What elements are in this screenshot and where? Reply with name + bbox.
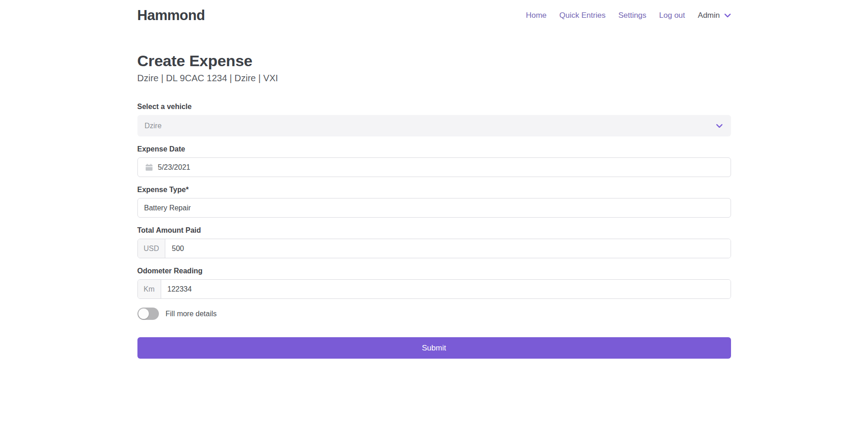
user-menu-label: Admin (698, 11, 720, 20)
create-expense-form: Select a vehicle Dzire Expense Date (137, 103, 731, 359)
odometer-label: Odometer Reading (137, 267, 731, 275)
expense-type-label: Expense Type* (137, 186, 731, 194)
vehicle-label: Select a vehicle (137, 103, 731, 111)
brand-logo[interactable]: Hammond (137, 7, 205, 24)
vehicle-field: Select a vehicle Dzire (137, 103, 731, 136)
page-subtitle: Dzire | DL 9CAC 1234 | Dzire | VXI (137, 73, 731, 84)
submit-button[interactable]: Submit (137, 337, 731, 359)
expense-type-input[interactable] (137, 198, 731, 218)
total-amount-group: USD (137, 239, 731, 258)
expense-type-field: Expense Type* (137, 186, 731, 218)
total-amount-field: Total Amount Paid USD (137, 226, 731, 258)
fill-more-details-toggle[interactable] (137, 308, 159, 320)
nav-home[interactable]: Home (526, 11, 547, 20)
odometer-field: Odometer Reading Km (137, 267, 731, 299)
currency-addon: USD (138, 239, 166, 258)
fill-more-details-row: Fill more details (137, 308, 731, 320)
toggle-knob (138, 308, 149, 319)
chevron-down-icon (724, 13, 731, 18)
total-amount-label: Total Amount Paid (137, 226, 731, 235)
nav-log-out[interactable]: Log out (659, 11, 685, 20)
page-title: Create Expense (137, 52, 731, 70)
nav-quick-entries[interactable]: Quick Entries (559, 11, 605, 20)
expense-date-input[interactable] (158, 158, 724, 177)
chevron-down-icon (716, 124, 723, 128)
odometer-group: Km (137, 279, 731, 299)
expense-date-field: Expense Date (137, 145, 731, 177)
nav-links: Home Quick Entries Settings Log out Admi… (526, 11, 731, 20)
total-amount-input[interactable] (165, 239, 730, 258)
vehicle-selected-value: Dzire (145, 122, 162, 130)
nav-settings[interactable]: Settings (618, 11, 646, 20)
expense-date-input-wrap (137, 157, 731, 177)
fill-more-details-label: Fill more details (166, 310, 217, 318)
odometer-input[interactable] (161, 280, 731, 298)
calendar-icon (145, 163, 153, 171)
vehicle-select[interactable]: Dzire (137, 115, 731, 136)
user-menu[interactable]: Admin (698, 11, 731, 20)
expense-date-label: Expense Date (137, 145, 731, 153)
top-nav: Hammond Home Quick Entries Settings Log … (0, 0, 868, 24)
unit-addon: Km (138, 280, 161, 298)
